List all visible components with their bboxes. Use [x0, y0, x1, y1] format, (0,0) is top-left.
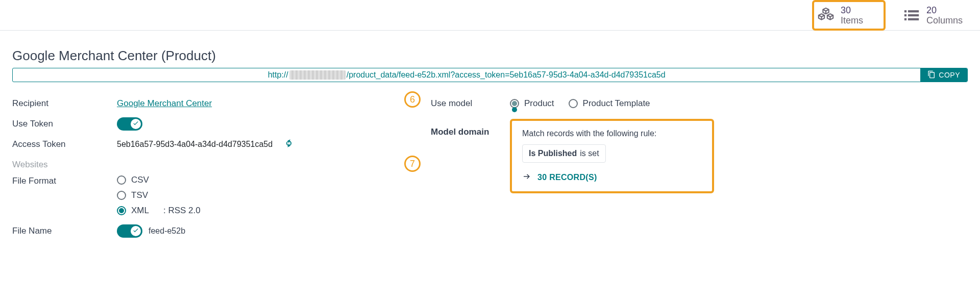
toggle-knob [131, 226, 141, 236]
use-token-toggle[interactable] [117, 117, 142, 131]
callout-6: 6 [404, 91, 421, 108]
use-model-label: Use model [431, 98, 510, 109]
columns-label: Columns [926, 15, 963, 26]
items-count: 30 [841, 5, 863, 15]
access-token-label: Access Token [12, 139, 117, 149]
file-format-csv-label: CSV [131, 175, 149, 185]
radio-icon-selected [117, 206, 126, 215]
row-model-domain: Model domain 7 Match records with the fo… [431, 119, 968, 193]
recipient-value[interactable]: Google Merchant Center [117, 98, 212, 109]
svg-rect-1 [904, 14, 906, 16]
boxes-icon [817, 7, 835, 24]
recipient-label: Recipient [12, 98, 117, 109]
svg-rect-5 [908, 18, 919, 20]
model-domain-intro: Match records with the following rule: [522, 129, 702, 138]
check-icon [132, 226, 139, 236]
page-title: Google Merchant Center (Product) [12, 48, 968, 64]
feed-url-row: http:// /product_data/feed-e52b.xml?acce… [12, 68, 968, 82]
row-websites: Websites [12, 155, 400, 175]
radio-icon [569, 99, 578, 108]
access-token-value: 5eb16a57-95d3-4a04-a34d-d4d79351ca5d [117, 140, 273, 149]
row-recipient: Recipient Google Merchant Center [12, 93, 400, 114]
right-column: Use model 6 Product Product Template Mod… [431, 93, 968, 193]
columns-text: 20 Columns [926, 5, 963, 26]
url-host-blurred [289, 70, 346, 80]
file-format-csv[interactable]: CSV [117, 175, 201, 185]
websites-label: Websites [12, 160, 117, 170]
list-icon [903, 7, 920, 24]
model-domain-box: Match records with the following rule: I… [510, 119, 714, 193]
top-bar: 30 Items 20 Columns [0, 0, 980, 31]
file-format-tsv[interactable]: TSV [117, 190, 201, 200]
url-proto: http:// [268, 70, 288, 80]
svg-rect-4 [908, 14, 919, 16]
items-label: Items [841, 15, 863, 26]
svg-rect-3 [908, 10, 919, 12]
svg-rect-0 [904, 10, 906, 12]
file-name-label: File Name [12, 226, 117, 236]
feed-url[interactable]: http:// /product_data/feed-e52b.xml?acce… [13, 68, 920, 82]
items-text: 30 Items [841, 5, 863, 26]
radio-icon [117, 191, 126, 200]
arrow-right-icon [522, 172, 531, 183]
callout-7: 7 [404, 156, 421, 172]
use-token-label: Use Token [12, 119, 117, 129]
check-icon [132, 119, 139, 129]
radio-icon [117, 175, 126, 185]
file-name-value: feed-e52b [149, 226, 185, 236]
use-model-product-template-label: Product Template [583, 98, 650, 109]
row-use-token: Use Token [12, 114, 400, 134]
domain-rule[interactable]: Is Published is set [522, 144, 606, 163]
row-file-name: File Name feed-e52b [12, 221, 400, 241]
use-model-product[interactable]: Product [510, 98, 554, 109]
copy-button[interactable]: COPY [920, 68, 967, 82]
use-model-product-label: Product [524, 98, 554, 109]
url-path[interactable]: /product_data/feed-e52b.xml?access_token… [347, 70, 666, 80]
domain-rule-field: Is Published [529, 149, 577, 158]
file-format-options: CSV TSV XML : RSS 2.0 [117, 175, 201, 216]
domain-rule-op: is set [580, 149, 599, 158]
records-count: 30 RECORD(S) [537, 173, 597, 182]
file-format-xml-label: XML [131, 206, 149, 216]
toggle-knob [131, 119, 141, 129]
row-access-token: Access Token 5eb16a57-95d3-4a04-a34d-d4d… [12, 134, 400, 155]
use-model-product-template[interactable]: Product Template [569, 98, 650, 109]
svg-rect-2 [904, 18, 906, 20]
copy-icon [927, 70, 936, 80]
left-column: Recipient Google Merchant Center Use Tok… [12, 93, 400, 241]
items-stat[interactable]: 30 Items [812, 0, 886, 31]
row-use-model: Use model 6 Product Product Template [431, 93, 968, 114]
row-file-format: File Format CSV TSV XML : RSS 2.0 [12, 175, 400, 216]
file-name-toggle[interactable] [117, 224, 142, 238]
columns-stat[interactable]: 20 Columns [900, 2, 968, 29]
refresh-icon[interactable] [284, 138, 294, 150]
file-format-xml[interactable]: XML : RSS 2.0 [117, 206, 201, 216]
file-format-label: File Format [12, 175, 117, 186]
records-link[interactable]: 30 RECORD(S) [522, 172, 702, 183]
file-format-tsv-label: TSV [131, 190, 148, 200]
columns-count: 20 [926, 5, 963, 15]
model-domain-label: Model domain [431, 119, 510, 137]
xml-rss-suffix: : RSS 2.0 [163, 206, 201, 216]
use-model-options: Product Product Template [510, 98, 650, 109]
copy-label: COPY [939, 71, 960, 79]
